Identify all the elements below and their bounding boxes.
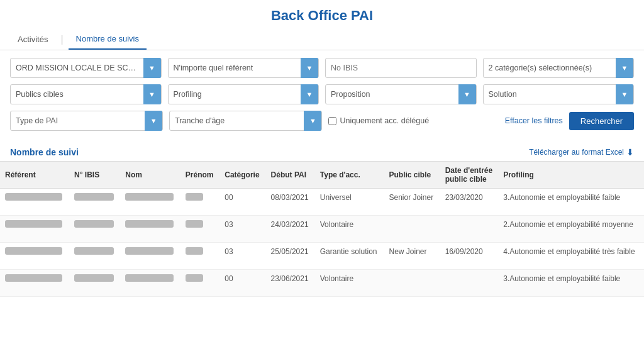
- filter-categories-label: 2 catégorie(s) sélectionnée(s): [489, 64, 614, 72]
- cell-ibis: ████ ████: [69, 243, 120, 270]
- filter-profiling-label: Profiling: [174, 90, 299, 99]
- tab-nombre-suivis[interactable]: Nombre de suivis: [69, 29, 147, 50]
- data-table: Référent N° IBIS Nom Prénom Catégorie Dé…: [0, 161, 644, 297]
- filter-mission-locale[interactable]: ORD MISSION LOCALE DE SCHA... ▼: [10, 58, 162, 78]
- filter-profiling-arrow[interactable]: ▼: [301, 84, 318, 104]
- cell-debut_pai: 24/03/2021: [266, 216, 315, 243]
- filter-ibis[interactable]: [325, 58, 477, 78]
- cell-categorie: 03: [219, 243, 265, 270]
- col-debut-pai: Début PAI: [266, 162, 315, 189]
- section-header: Nombre de suivi Télécharger au format Ex…: [0, 142, 644, 161]
- tabs-bar: Activités | Nombre de suivis: [0, 29, 644, 50]
- excel-link-label: Télécharger au format Excel: [529, 148, 624, 157]
- filter-referent-label: N'importe quel référent: [174, 64, 299, 72]
- cell-type_acc: Volontaire: [315, 270, 384, 297]
- clear-filters-button[interactable]: Effacer les filtres: [505, 116, 563, 125]
- cell-referent: ████ ████████: [0, 216, 69, 243]
- filter-mission-locale-label: ORD MISSION LOCALE DE SCHA...: [16, 64, 141, 72]
- cell-categorie: 03: [219, 216, 265, 243]
- filter-proposition-arrow[interactable]: ▼: [458, 84, 476, 104]
- filter-referent[interactable]: N'importe quel référent ▼: [168, 58, 319, 78]
- filter-categories[interactable]: 2 catégorie(s) sélectionnée(s) ▼: [483, 58, 635, 78]
- tab-activites[interactable]: Activités: [10, 30, 55, 49]
- cell-profiling: 2.Autonomie et employabilité moyenne: [498, 216, 644, 243]
- col-public-cible: Public cible: [384, 162, 440, 189]
- filter-solution-arrow[interactable]: ▼: [616, 84, 633, 104]
- col-type-acc: Type d'acc.: [315, 162, 384, 189]
- filter-proposition-label: Proposition: [331, 90, 456, 99]
- table-row: ████ ████████████ ███████████████████032…: [0, 216, 644, 243]
- filter-row-2: Publics cibles ▼ Profiling ▼ Proposition…: [10, 84, 634, 104]
- cell-categorie: 00: [219, 189, 265, 216]
- cell-ibis: ████ ████: [69, 189, 120, 216]
- cell-public_cible: New Joiner: [384, 243, 440, 270]
- tab-divider: |: [60, 34, 63, 45]
- col-ibis: N° IBIS: [69, 162, 120, 189]
- cell-date_entree: [440, 270, 499, 297]
- search-button[interactable]: Rechercher: [569, 112, 634, 130]
- table-row: ████ ████████████ ███████████████████000…: [0, 189, 644, 216]
- table-row: ████ ████████████ ███████████████████032…: [0, 243, 644, 270]
- cell-profiling: 3.Autonomie et employabilité faible: [498, 189, 644, 216]
- filter-referent-arrow[interactable]: ▼: [301, 58, 318, 78]
- table-container: Référent N° IBIS Nom Prénom Catégorie Dé…: [0, 161, 644, 297]
- filter-type-pai[interactable]: Type de PAI ▼: [10, 111, 163, 131]
- cell-public_cible: [384, 270, 440, 297]
- cell-public_cible: Senior Joiner: [384, 189, 440, 216]
- filters-section: ORD MISSION LOCALE DE SCHA... ▼ N'import…: [0, 50, 644, 142]
- cell-debut_pai: 08/03/2021: [266, 189, 315, 216]
- col-date-entree: Date d'entrée public cible: [440, 162, 499, 189]
- cell-nom: ███████████: [120, 270, 180, 297]
- filter-profiling[interactable]: Profiling ▼: [168, 84, 319, 104]
- table-row: ████ ████████████ ███████████████████002…: [0, 270, 644, 297]
- col-prenom: Prénom: [180, 162, 219, 189]
- cell-date_entree: 16/09/2020: [440, 243, 499, 270]
- cell-prenom: ████: [180, 243, 219, 270]
- cell-public_cible: [384, 216, 440, 243]
- cell-debut_pai: 25/05/2021: [266, 243, 315, 270]
- filter-type-pai-label: Type de PAI: [16, 116, 142, 125]
- cell-nom: ███████████: [120, 243, 180, 270]
- cell-date_entree: 23/03/2020: [440, 189, 499, 216]
- cell-referent: ████ ████████: [0, 243, 69, 270]
- col-referent: Référent: [0, 162, 69, 189]
- filter-proposition[interactable]: Proposition ▼: [325, 84, 477, 104]
- cell-profiling: 4.Autonomie et employabilité très faible: [498, 243, 644, 270]
- download-icon: ⬇: [626, 147, 634, 157]
- cell-type_acc: Volontaire: [315, 216, 384, 243]
- page-title: Back Office PAI: [0, 0, 644, 29]
- filter-solution-label: Solution: [489, 90, 614, 99]
- cell-type_acc: Universel: [315, 189, 384, 216]
- table-header-row: Référent N° IBIS Nom Prénom Catégorie Dé…: [0, 162, 644, 189]
- filter-actions: Effacer les filtres Rechercher: [505, 112, 634, 130]
- filter-publics-cibles[interactable]: Publics cibles ▼: [10, 84, 162, 104]
- filter-tranche-age-arrow[interactable]: ▼: [304, 111, 321, 131]
- cell-prenom: ████: [180, 189, 219, 216]
- cell-nom: ███████████: [120, 189, 180, 216]
- col-profiling: Profiling: [498, 162, 644, 189]
- cell-referent: ████ ████████: [0, 270, 69, 297]
- cell-type_acc: Garantie solution: [315, 243, 384, 270]
- section-title: Nombre de suivi: [10, 147, 79, 157]
- filter-type-pai-arrow[interactable]: ▼: [145, 111, 162, 131]
- filter-solution[interactable]: Solution ▼: [483, 84, 635, 104]
- filter-acc-delegue: Uniquement acc. délégué: [328, 116, 498, 125]
- filter-row-1: ORD MISSION LOCALE DE SCHA... ▼ N'import…: [10, 58, 634, 78]
- filter-tranche-age[interactable]: Tranche d'âge ▼: [169, 111, 322, 131]
- filter-mission-locale-arrow[interactable]: ▼: [143, 58, 161, 78]
- filter-ibis-input[interactable]: [331, 64, 471, 72]
- col-nom: Nom: [120, 162, 180, 189]
- cell-ibis: ████ ████: [69, 270, 120, 297]
- cell-nom: ███████████: [120, 216, 180, 243]
- filter-tranche-age-label: Tranche d'âge: [175, 116, 301, 125]
- filter-row-3: Type de PAI ▼ Tranche d'âge ▼ Uniquement…: [10, 111, 634, 131]
- filter-acc-delegue-checkbox[interactable]: [328, 117, 336, 125]
- col-categorie: Catégorie: [219, 162, 265, 189]
- filter-publics-cibles-label: Publics cibles: [16, 90, 141, 99]
- filter-acc-delegue-label: Uniquement acc. délégué: [340, 116, 429, 125]
- cell-debut_pai: 23/06/2021: [266, 270, 315, 297]
- filter-publics-cibles-arrow[interactable]: ▼: [143, 84, 161, 104]
- cell-profiling: 3.Autonomie et employabilité faible: [498, 270, 644, 297]
- filter-categories-arrow[interactable]: ▼: [616, 58, 633, 78]
- excel-download-link[interactable]: Télécharger au format Excel ⬇: [529, 147, 634, 157]
